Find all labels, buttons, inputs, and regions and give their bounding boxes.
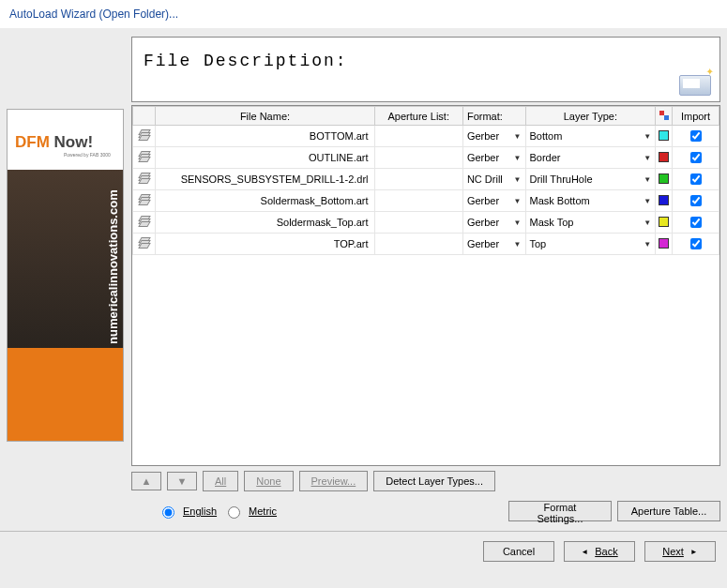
cell-format[interactable]: NC Drill▼ [462,169,525,190]
cell-layertype[interactable]: Mask Top▼ [525,212,656,234]
grid-header-row: File Name: Aperture List: Format: Layer … [133,107,719,126]
cell-format[interactable]: Gerber▼ [462,234,525,255]
import-checkbox[interactable] [690,130,702,142]
select-all-button[interactable]: All [203,471,238,491]
chevron-down-icon[interactable]: ▼ [514,219,522,227]
chevron-down-icon[interactable]: ▼ [514,197,522,205]
window-title: AutoLoad Wizard (Open Folder)... [0,0,727,29]
file-description-box: File Description: ✦ [131,37,720,102]
cell-format[interactable]: Gerber▼ [462,126,525,147]
cancel-button[interactable]: Cancel [483,541,554,562]
cell-filename[interactable]: BOTTOM.art [156,126,374,147]
units-english-label[interactable]: English [183,505,217,517]
chevron-down-icon[interactable]: ▼ [644,219,651,227]
table-row[interactable]: Soldermask_Bottom.artGerber▼Mask Bottom▼ [133,190,719,212]
import-checkbox[interactable] [690,152,702,163]
cell-import[interactable] [673,212,719,234]
next-button[interactable]: Next [644,541,716,562]
chevron-down-icon[interactable]: ▼ [644,154,651,162]
header-file[interactable]: File Name: [156,107,374,126]
cell-filename[interactable]: Soldermask_Bottom.art [156,190,374,212]
table-row[interactable]: Soldermask_Top.artGerber▼Mask Top▼ [133,212,719,234]
table-row[interactable]: OUTLINE.artGerber▼Border▼ [133,147,719,169]
import-checkbox[interactable] [690,217,702,228]
cell-colorswatch[interactable] [656,234,673,255]
select-none-button[interactable]: None [244,471,293,491]
chevron-down-icon[interactable]: ▼ [514,240,522,249]
cell-import[interactable] [673,147,719,169]
cell-layertype[interactable]: Bottom▼ [525,126,656,147]
layer-stack-icon [133,147,156,169]
cell-import[interactable] [673,169,719,190]
header-colorswatch [656,107,673,126]
side-banner: DFM Now! Powered by FAB 3000 numericalin… [7,109,124,442]
cell-aperture[interactable] [374,190,462,212]
wizard-icon: ✦ [674,65,716,98]
cell-colorswatch[interactable] [656,190,673,212]
layer-stack-icon [133,234,156,255]
file-description-label: File Description: [144,52,348,70]
chevron-down-icon[interactable]: ▼ [644,132,651,141]
header-import[interactable]: Import [673,107,719,126]
units-metric-label[interactable]: Metric [249,505,277,517]
cell-layertype[interactable]: Border▼ [525,147,656,169]
chevron-down-icon[interactable]: ▼ [644,197,651,205]
aperture-table-button[interactable]: Aperture Table... [617,501,720,521]
cell-import[interactable] [673,126,719,147]
layer-stack-icon [133,212,156,234]
chevron-down-icon[interactable]: ▼ [514,132,522,141]
header-layer[interactable]: Layer Type: [525,107,656,126]
cell-colorswatch[interactable] [656,126,673,147]
cell-format[interactable]: Gerber▼ [462,147,525,169]
file-grid[interactable]: File Name: Aperture List: Format: Layer … [131,105,720,466]
table-row[interactable]: SENSORS_SUBSYSTEM_DRILL-1-2.drlNC Drill▼… [133,169,719,190]
wizard-nav-bar: Cancel Back Next [0,531,727,562]
cell-layertype[interactable]: Top▼ [525,234,656,255]
cell-aperture[interactable] [374,126,462,147]
header-aperture[interactable]: Aperture List: [374,107,462,126]
format-settings-button[interactable]: Format Settings... [508,501,612,521]
cell-layertype[interactable]: Mask Bottom▼ [525,190,656,212]
cell-filename[interactable]: Soldermask_Top.art [156,212,374,234]
preview-button[interactable]: Preview... [299,471,369,491]
move-down-button[interactable]: ▼ [167,472,197,490]
header-icon [133,107,156,126]
cell-colorswatch[interactable] [656,169,673,190]
cell-filename[interactable]: TOP.art [156,234,374,255]
layer-stack-icon [133,190,156,212]
table-row[interactable]: BOTTOM.artGerber▼Bottom▼ [133,126,719,147]
cell-import[interactable] [673,190,719,212]
chevron-down-icon[interactable]: ▼ [514,154,522,162]
units-metric-radio[interactable] [228,506,240,519]
cell-filename[interactable]: SENSORS_SUBSYSTEM_DRILL-1-2.drl [156,169,374,190]
chevron-down-icon[interactable]: ▼ [644,175,651,184]
units-english-radio[interactable] [162,506,174,519]
table-row[interactable]: TOP.artGerber▼Top▼ [133,234,719,255]
cell-import[interactable] [673,234,719,255]
cell-filename[interactable]: OUTLINE.art [156,147,374,169]
cell-colorswatch[interactable] [656,212,673,234]
import-checkbox[interactable] [690,195,702,206]
cell-aperture[interactable] [374,234,462,255]
detect-layer-types-button[interactable]: Detect Layer Types... [373,471,495,491]
import-checkbox[interactable] [690,238,702,249]
layer-stack-icon [133,126,156,147]
layer-stack-icon [133,169,156,190]
cell-layertype[interactable]: Drill ThruHole▼ [525,169,656,190]
cell-aperture[interactable] [374,212,462,234]
move-up-button[interactable]: ▲ [131,472,161,490]
cell-aperture[interactable] [374,169,462,190]
back-button[interactable]: Back [564,541,635,562]
header-format[interactable]: Format: [462,107,525,126]
chevron-down-icon[interactable]: ▼ [644,240,651,249]
cell-format[interactable]: Gerber▼ [462,190,525,212]
cell-aperture[interactable] [374,147,462,169]
cell-format[interactable]: Gerber▼ [462,212,525,234]
cell-colorswatch[interactable] [656,147,673,169]
chevron-down-icon[interactable]: ▼ [514,175,522,184]
import-checkbox[interactable] [690,173,702,185]
